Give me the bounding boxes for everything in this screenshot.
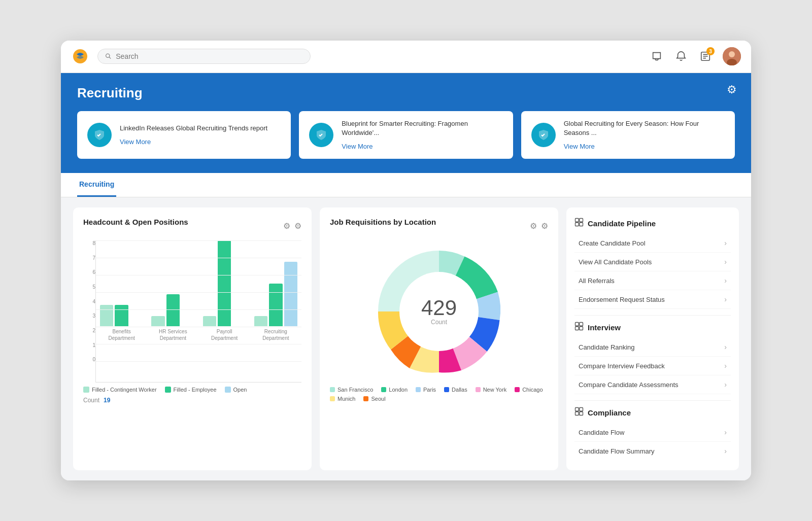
news-card-0: LinkedIn Releases Global Recruiting Tren… [77,111,291,159]
label-dallas: Dallas [452,387,467,393]
app-frame: Search 3 Recruiting ⚙ [61,41,751,480]
avatar[interactable] [723,47,741,65]
menu-all-referrals[interactable]: All Referrals › [574,271,731,290]
menu-compare-assessments[interactable]: Compare Candidate Assessments › [574,375,731,394]
news-icon-2 [531,123,556,147]
search-input[interactable]: Search [116,52,303,60]
menu-create-pool[interactable]: Create Candidate Pool › [574,234,731,253]
donut-filter-icon[interactable]: ⚙ [530,221,537,231]
bar-label-benefits: BenefitsDepartment [109,328,135,341]
y-label-6: 6 [83,269,95,275]
bar-chart-card: Headcount & Open Positions ⚙ ⚙ 0 1 2 3 4… [73,207,312,470]
svg-point-0 [106,54,110,57]
legend-munich: Munich [330,396,355,402]
donut-chart-title: Job Requisitions by Location [330,218,436,226]
bar-recruiting-contingent [254,316,267,326]
chevron-candidate-flow-summary: › [724,447,727,455]
interview-icon [574,322,584,333]
legend-item-open: Open [225,387,247,393]
y-label-7: 7 [83,255,95,261]
legend-london: London [381,387,408,393]
tab-recruiting[interactable]: Recruiting [77,173,116,197]
chevron-endorsement-request: › [724,295,727,303]
filter-icon[interactable]: ⚙ [283,221,290,231]
menu-compare-interview[interactable]: Compare Interview Feedback › [574,357,731,375]
bar-recruiting-employee [269,284,282,327]
nav-icons: 3 [650,47,741,65]
bar-group-recruiting: RecruitingDepartment [254,240,297,341]
menu-view-all-pools[interactable]: View All Candidate Pools › [574,253,731,271]
donut-count-label: Count [431,319,447,326]
legend-seoul: Seoul [363,396,385,402]
tasks-icon[interactable]: 3 [698,49,713,63]
dot-dallas [444,387,449,392]
legend-label-open: Open [233,387,247,393]
bar-recruiting-open [284,262,297,326]
svg-point-4 [729,51,735,57]
legend-label-employee: Filled - Employee [174,387,217,393]
workday-logo [71,47,89,65]
compliance-icon [574,407,584,418]
bar-hr-employee [166,294,180,326]
settings-chart-icon[interactable]: ⚙ [294,221,301,231]
chevron-compare-assessments: › [724,380,727,389]
bar-benefits-contingent [100,305,113,326]
tabs-bar: Recruiting [61,173,751,197]
y-label-2: 2 [83,328,95,333]
menu-candidate-flow-summary[interactable]: Candidate Flow Summary › [574,442,731,460]
label-ny: New York [483,387,506,393]
label-munich: Munich [337,396,355,402]
news-cards: LinkedIn Releases Global Recruiting Tren… [77,111,735,159]
blue-header: Recruiting ⚙ LinkedIn Releases Global Re… [61,73,751,173]
notification-icon[interactable] [674,49,688,63]
svg-rect-9 [576,223,579,226]
news-content-2: Global Recruiting for Every Season: How … [564,119,725,151]
news-link-1[interactable]: View More [342,143,373,150]
label-chicago: Chicago [522,387,543,393]
news-link-0[interactable]: View More [120,138,151,146]
bar-payroll-contingent [203,316,216,326]
news-card-2: Global Recruiting for Every Season: How … [521,111,735,159]
menu-candidate-ranking[interactable]: Candidate Ranking › [574,338,731,357]
menu-endorsement-request[interactable]: Endorsement Request Status › [574,290,731,309]
label-paris: Paris [423,387,436,393]
news-text-1: Blueprint for Smarter Recruiting: Fragom… [342,119,502,137]
news-icon-1 [309,123,333,147]
menu-candidate-flow[interactable]: Candidate Flow › [574,423,731,442]
menu-label-candidate-flow: Candidate Flow [579,429,624,436]
dot-munich [330,396,335,401]
menu-label-candidate-ranking: Candidate Ranking [579,343,635,351]
dot-paris [416,387,421,392]
menu-label-create-pool: Create Candidate Pool [579,239,646,247]
interview-title: Interview [588,323,621,332]
bar-chart-toolbar: Headcount & Open Positions ⚙ ⚙ [83,218,301,234]
svg-rect-14 [580,327,583,330]
legend-dot-contingent [83,387,89,393]
y-label-5: 5 [83,284,95,290]
svg-rect-13 [576,327,579,330]
legend-item-employee: Filled - Employee [165,387,217,393]
legend-item-contingent: Filled - Contingent Worker [83,387,157,393]
dot-chicago [515,387,520,392]
settings-icon[interactable]: ⚙ [727,83,737,96]
svg-rect-8 [580,219,583,222]
donut-center: 429 Count [421,297,457,326]
bar-chart-legend: Filled - Contingent Worker Filled - Empl… [83,387,301,393]
chevron-candidate-flow: › [724,428,727,436]
news-link-2[interactable]: View More [564,143,595,150]
donut-settings-icon[interactable]: ⚙ [541,221,548,231]
bar-label-recruiting: RecruitingDepartment [262,328,289,341]
section-interview: Interview [574,322,731,333]
bar-group-payroll: PayrollDepartment [203,240,246,341]
chevron-create-pool: › [724,239,727,247]
legend-dot-employee [165,387,171,393]
dot-sf [330,387,335,392]
search-bar[interactable]: Search [97,49,311,64]
bar-group-hr: HR ServicesDepartment [151,240,194,341]
chat-icon[interactable] [650,49,664,63]
svg-rect-10 [580,223,583,226]
svg-rect-17 [576,412,579,415]
y-label-1: 1 [83,342,95,348]
bar-chart-title: Headcount & Open Positions [83,218,188,226]
legend-chicago: Chicago [515,387,543,393]
